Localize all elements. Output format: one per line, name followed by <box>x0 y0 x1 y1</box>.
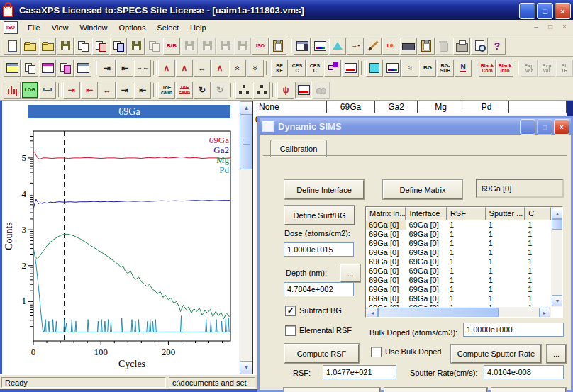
tof-calibration-off-icon[interactable]: ToF calib <box>176 82 193 99</box>
mdi-minimize-button[interactable]: – <box>530 21 542 32</box>
table-scroll-right-button[interactable]: ► <box>539 308 550 318</box>
mdi-close-button[interactable]: × <box>559 21 570 32</box>
keyboard-icon[interactable] <box>400 38 417 55</box>
scroll-down-button[interactable]: ▼ <box>240 361 253 374</box>
frame-window-icon[interactable] <box>74 60 91 77</box>
paste-clipboard-icon[interactable] <box>269 38 286 55</box>
define-surf-bg-button[interactable]: Define Surf/BG <box>284 206 355 225</box>
table-row[interactable]: 69Ga [0]69Ga [0]111 <box>366 285 551 294</box>
table-row[interactable]: 69Ga [0]69Ga [0]111 <box>366 239 551 248</box>
open-casa-file-icon[interactable] <box>39 38 56 55</box>
compute-sputter-rate-button[interactable]: Compute Sputter Rate <box>451 345 541 363</box>
table-column-sputter-[interactable]: Sputter ... <box>486 207 525 220</box>
tof-calibration-icon[interactable]: ToF calib <box>158 82 175 99</box>
column-header-empty[interactable] <box>509 101 567 113</box>
scroll-up-button[interactable]: ▲ <box>240 101 253 115</box>
matrix-table[interactable]: Matrix In...InterfaceRSFSputter ...C 69G… <box>365 206 563 318</box>
tree-insert-icon[interactable] <box>235 82 252 99</box>
table-scroll-down-button[interactable]: ▼ <box>552 295 563 306</box>
table-scroll-left-button[interactable]: ◄ <box>367 308 378 318</box>
apply-rsf-sr-to-matrix-button[interactable]: Apply RSF/SR to Matrix <box>284 388 380 392</box>
use-bulk-doped-checkbox[interactable] <box>371 347 382 357</box>
restore-rsf-sr-button[interactable]: Restore RSF/SR <box>491 388 566 392</box>
sputter-options-button[interactable]: ... <box>547 345 566 363</box>
sims-display-icon[interactable] <box>295 82 312 99</box>
sims-profile-chart[interactable]: 123450100200CyclesCounts69GaGa2MgPd <box>2 101 238 374</box>
cps-area-icon[interactable]: CPS C <box>306 60 323 77</box>
zoom-peaks-icon[interactable] <box>329 38 346 55</box>
open-file-icon[interactable] <box>21 38 38 55</box>
apply-rsf-sr-to-interface-button[interactable]: Apply RSF/SR to Interface <box>384 388 487 392</box>
table-vscroll-thumb[interactable] <box>552 219 563 230</box>
scroll-right-icon[interactable]: ⇥ <box>99 60 116 77</box>
dialog-title-bar[interactable]: Dynamic SIMS _ □ × <box>260 118 571 135</box>
table-row[interactable]: 69Ga [0]69Ga [0]111 <box>366 248 551 257</box>
depth-options-button[interactable]: ... <box>340 264 360 282</box>
pan-right-icon[interactable]: ⇥ <box>116 82 133 99</box>
fill-region-icon[interactable] <box>366 60 383 77</box>
overlay-spectra-icon[interactable] <box>342 60 359 77</box>
table-column-interface[interactable]: Interface <box>406 207 446 220</box>
dose-input[interactable] <box>284 242 354 257</box>
table-row[interactable]: 69Ga [0]69Ga [0]111 <box>366 276 551 285</box>
step-spectrum-left-icon[interactable]: ⇤ <box>81 82 98 99</box>
pan-left-icon[interactable]: ⇤ <box>134 82 151 99</box>
compress-down-icon[interactable]: » <box>247 60 264 77</box>
column-header-none[interactable]: None <box>253 101 327 113</box>
menu-item-window[interactable]: Window <box>74 21 113 34</box>
bulk-doped-input[interactable] <box>463 323 564 337</box>
library-icon[interactable]: Lib <box>382 38 399 55</box>
be-ke-toggle-icon[interactable]: BE KE <box>271 60 288 77</box>
black-comment-icon[interactable]: Black Com <box>479 60 496 77</box>
expand-spectrum-icon[interactable]: ↔ <box>99 82 116 99</box>
smooth-data-icon[interactable]: ≈ <box>401 60 418 77</box>
chart-vertical-scrollbar[interactable]: ▲ ▼ <box>238 101 252 374</box>
log-scale-icon[interactable]: LOG <box>21 82 38 99</box>
expand-up-icon[interactable]: « <box>229 60 246 77</box>
cps-toggle-icon[interactable]: CPS C <box>289 60 306 77</box>
column-header-pd[interactable]: Pd <box>464 101 509 113</box>
matrix-name-field[interactable]: 69Ga [0] <box>476 179 564 198</box>
cascade-windows-icon[interactable] <box>57 60 74 77</box>
artist-icon[interactable]: ψ <box>277 82 294 99</box>
menu-item-file[interactable]: File <box>22 21 46 34</box>
tree-append-icon[interactable] <box>253 82 270 99</box>
table-column-rsf[interactable]: RSF <box>447 207 486 220</box>
column-header-69ga[interactable]: 69Ga <box>327 101 375 113</box>
table-row[interactable]: 69Ga [0]69Ga [0]111 <box>366 267 551 276</box>
tile-rows-icon[interactable] <box>39 60 56 77</box>
menu-item-options[interactable]: Options <box>113 21 152 34</box>
black-info-icon[interactable]: Black Info <box>496 60 513 77</box>
copy-iso-icon[interactable] <box>110 38 127 55</box>
print-preview-icon[interactable] <box>471 38 488 55</box>
raise-intensity-icon[interactable]: ∧ <box>211 60 228 77</box>
display-window-icon[interactable] <box>311 38 328 55</box>
elemental-rsf-checkbox[interactable] <box>285 325 296 336</box>
annotate-pencil-icon[interactable] <box>365 38 382 55</box>
help-icon[interactable]: ? <box>489 38 506 55</box>
expand-range-icon[interactable]: ↔ <box>194 60 211 77</box>
table-row[interactable]: 69Ga [0]69Ga [0]111 <box>366 220 551 230</box>
rsf-input[interactable] <box>323 365 396 379</box>
menu-item-view[interactable]: View <box>46 21 74 34</box>
save-icon[interactable] <box>57 38 74 55</box>
normalize-icon[interactable]: N <box>455 60 472 77</box>
restore-button[interactable]: □ <box>537 3 553 19</box>
sputter-rate-input[interactable] <box>484 365 564 379</box>
background-icon[interactable]: BG <box>419 60 436 77</box>
table-row[interactable]: 69Ga [0]69Ga [0]111 <box>366 257 551 267</box>
new-document-icon[interactable] <box>4 38 21 55</box>
new-window-icon[interactable] <box>294 38 311 55</box>
compute-rsf-button[interactable]: Compute RSF <box>284 344 359 363</box>
scroll-left-icon[interactable]: ⇤ <box>116 60 133 77</box>
table-row[interactable]: 69Ga [0]69Ga [0]111 <box>366 230 551 239</box>
table-column-matrix-in-[interactable]: Matrix In... <box>366 207 406 220</box>
define-interface-button[interactable]: Define Interface <box>284 180 364 199</box>
shift-energy-left-icon[interactable]: ∧ <box>176 60 193 77</box>
table-scroll-up-button[interactable]: ▲ <box>552 208 563 219</box>
depth-input[interactable] <box>284 282 354 296</box>
dialog-minimize-button[interactable]: _ <box>520 119 535 135</box>
mdi-restore-button[interactable]: □ <box>545 21 556 32</box>
tab-calibration[interactable]: Calibration <box>270 140 327 157</box>
step-spectrum-right-icon[interactable]: ⇥ <box>63 82 80 99</box>
